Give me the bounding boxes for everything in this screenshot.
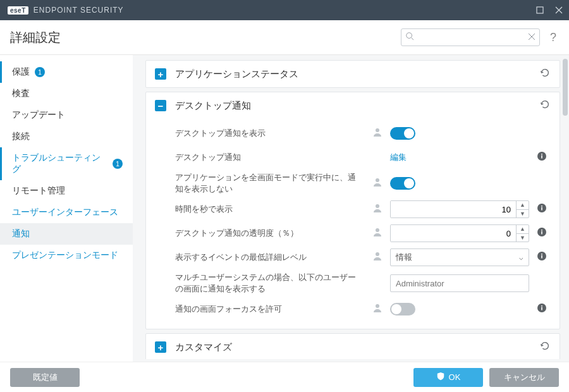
select-value: 情報 <box>396 252 412 263</box>
row-label: 時間を秒で表示 <box>175 204 365 215</box>
svg-point-12 <box>376 178 379 182</box>
sidebar-item-scan[interactable]: 検査 <box>0 83 133 104</box>
toggle-focus[interactable] <box>390 303 415 315</box>
sidebar-item-troubleshoot[interactable]: トラブルシューティング 1 <box>0 147 133 180</box>
sidebar-item-connection[interactable]: 接続 <box>0 126 133 147</box>
row-label: 通知の画面フォーカスを許可 <box>175 303 365 315</box>
svg-rect-29 <box>541 307 542 310</box>
sidebar-item-label: 通知 <box>12 228 30 240</box>
brand-badge: eseT <box>8 6 28 15</box>
window-close-button[interactable] <box>554 5 564 15</box>
row-edit-notifications: デスクトップ通知 編集 <box>175 145 547 169</box>
panel-body: デスクトップ通知を表示 デスクトップ通知 編集 ア <box>146 119 560 329</box>
svg-rect-24 <box>541 255 542 259</box>
revert-icon[interactable] <box>539 67 551 81</box>
svg-point-18 <box>376 228 379 232</box>
svg-line-4 <box>412 38 414 40</box>
revert-icon[interactable] <box>539 99 551 113</box>
panel-title: アプリケーションステータス <box>175 68 298 80</box>
multiuser-input[interactable] <box>396 279 523 288</box>
row-multiuser: マルチユーザーシステムの場合、以下のユーザーの画面に通知を表示する <box>175 269 547 297</box>
spin-down-icon[interactable]: ▼ <box>517 210 529 218</box>
sidebar: 保護 1 検査 アップデート 接続 トラブルシューティング 1 リモート管理 ユ… <box>0 55 133 362</box>
svg-point-3 <box>407 33 412 39</box>
svg-rect-21 <box>541 230 542 231</box>
brand-text: ENDPOINT SECURITY <box>34 6 124 15</box>
ok-label: OK <box>449 372 461 382</box>
info-icon[interactable] <box>537 151 547 164</box>
sidebar-item-label: トラブルシューティング <box>12 152 107 175</box>
row-display-seconds: 時間を秒で表示 ▲▼ <box>175 197 547 221</box>
spin-up-icon[interactable]: ▲ <box>517 201 529 210</box>
sidebar-item-update[interactable]: アップデート <box>0 104 133 126</box>
row-fullscreen-suppress: アプリケーションを全画面モードで実行中に、通知を表示しない <box>175 169 547 197</box>
toggle-fullscreen-suppress[interactable] <box>390 177 415 190</box>
row-label: デスクトップ通知 <box>175 152 365 163</box>
brand: eseT ENDPOINT SECURITY <box>8 6 124 15</box>
svg-rect-0 <box>537 7 543 13</box>
window-maximize-button[interactable] <box>535 5 545 15</box>
svg-rect-25 <box>541 254 542 255</box>
row-show-notifications: デスクトップ通知を表示 <box>175 121 547 145</box>
sidebar-item-ui[interactable]: ユーザーインターフェース <box>0 202 133 223</box>
svg-rect-10 <box>541 156 542 159</box>
sidebar-item-remote[interactable]: リモート管理 <box>0 180 133 202</box>
info-icon[interactable] <box>537 251 547 264</box>
sidebar-item-notifications[interactable]: 通知 <box>0 223 133 245</box>
panel-header-customize[interactable]: + カスタマイズ <box>146 334 560 359</box>
toggle-show-notifications[interactable] <box>390 127 415 140</box>
panel-title: カスタマイズ <box>175 341 232 353</box>
row-label: 表示するイベントの最低詳細レベル <box>175 252 365 263</box>
scrollbar-thumb[interactable] <box>563 59 568 116</box>
footer: 既定値 OK キャンセル <box>0 362 569 392</box>
svg-rect-20 <box>541 231 542 235</box>
sidebar-badge: 1 <box>35 67 45 77</box>
defaults-button[interactable]: 既定値 <box>10 368 80 387</box>
revert-icon[interactable] <box>539 340 551 354</box>
ok-button[interactable]: OK <box>413 368 483 387</box>
expand-icon: + <box>155 68 166 80</box>
spin-down-icon[interactable]: ▼ <box>517 234 529 242</box>
shield-icon <box>436 372 445 383</box>
svg-point-7 <box>376 128 379 132</box>
info-icon[interactable] <box>537 203 547 216</box>
opacity-input[interactable] <box>391 225 516 242</box>
sidebar-item-protection[interactable]: 保護 1 <box>0 61 133 83</box>
panel-header-app-status[interactable]: + アプリケーションステータス <box>146 61 560 87</box>
help-button[interactable]: ? <box>548 31 559 44</box>
row-focus: 通知の画面フォーカスを許可 <box>175 297 547 321</box>
seconds-input[interactable] <box>391 201 516 217</box>
search-box[interactable] <box>401 28 540 46</box>
svg-rect-17 <box>541 205 542 207</box>
row-label: アプリケーションを全画面モードで実行中に、通知を表示しない <box>175 172 365 195</box>
info-icon[interactable] <box>537 303 547 315</box>
svg-point-14 <box>376 204 379 208</box>
chevron-down-icon: ⌵ <box>519 254 523 262</box>
panel-app-status: + アプリケーションステータス <box>145 60 560 88</box>
sidebar-item-label: アップデート <box>12 109 65 121</box>
main-content: + アプリケーションステータス − デスクトップ通知 デスクトップ通知を表示 <box>133 55 569 362</box>
collapse-icon: − <box>155 100 166 111</box>
svg-rect-16 <box>541 207 542 211</box>
row-label: マルチユーザーシステムの場合、以下のユーザーの画面に通知を表示する <box>175 272 365 295</box>
cancel-button[interactable]: キャンセル <box>489 368 559 387</box>
row-label: デスクトップ通知の透明度（％） <box>175 228 365 239</box>
opacity-spinner[interactable]: ▲▼ <box>390 224 529 242</box>
clear-search-icon[interactable] <box>528 32 535 43</box>
search-input[interactable] <box>418 33 524 42</box>
sidebar-item-label: 保護 <box>12 66 30 78</box>
panel-header-desktop-notifications[interactable]: − デスクトップ通知 <box>146 92 560 119</box>
info-icon[interactable] <box>537 227 547 240</box>
header: 詳細設定 ? <box>0 20 569 55</box>
spin-up-icon[interactable]: ▲ <box>517 225 529 234</box>
min-level-select[interactable]: 情報 ⌵ <box>390 248 529 266</box>
seconds-spinner[interactable]: ▲▼ <box>390 200 529 218</box>
title-bar: eseT ENDPOINT SECURITY <box>0 0 569 20</box>
svg-point-27 <box>376 304 379 308</box>
sidebar-item-presentation[interactable]: プレゼンテーションモード <box>0 245 133 266</box>
user-icon <box>372 251 382 264</box>
svg-rect-11 <box>541 154 542 155</box>
multiuser-field[interactable] <box>390 274 529 292</box>
panel-title: デスクトップ通知 <box>175 100 251 112</box>
edit-link[interactable]: 編集 <box>390 152 407 163</box>
